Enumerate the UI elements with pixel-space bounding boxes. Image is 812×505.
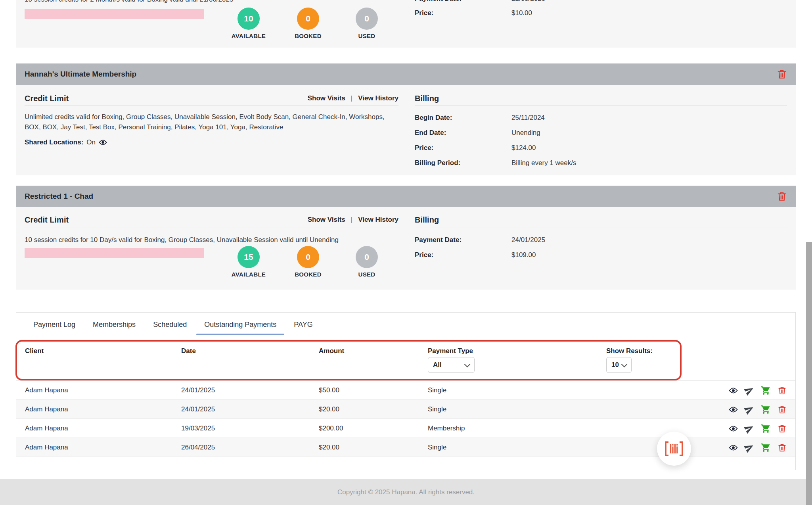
stat-used: 0 USED bbox=[343, 246, 391, 278]
stat-available: 10 AVAILABLE bbox=[225, 8, 272, 39]
used-label: USED bbox=[343, 33, 391, 39]
tab-memberships[interactable]: Memberships bbox=[93, 319, 136, 330]
cart-icon[interactable] bbox=[761, 424, 771, 434]
booked-label: BOOKED bbox=[284, 33, 332, 39]
tab-payg[interactable]: PAYG bbox=[294, 319, 312, 330]
delete-icon[interactable] bbox=[778, 424, 787, 433]
view-history-link[interactable]: View History bbox=[358, 216, 398, 223]
view-icon[interactable] bbox=[729, 426, 738, 432]
cell-payment-type: Single bbox=[428, 438, 446, 457]
send-icon[interactable] bbox=[745, 386, 754, 395]
cell-payment-type: Single bbox=[428, 381, 446, 399]
billing-period-value: Billing every 1 week/s bbox=[511, 159, 576, 167]
view-history-link[interactable]: View History bbox=[358, 94, 398, 102]
cell-date: 24/01/2025 bbox=[181, 381, 215, 399]
tab-scheduled[interactable]: Scheduled bbox=[153, 319, 187, 330]
membership-card-clipped: 10 session credits for 2 Month/s valid f… bbox=[16, 0, 796, 48]
credit-limit-links: Show Visits|View History bbox=[25, 94, 398, 102]
price-row: Price:$10.00 bbox=[415, 8, 532, 18]
row-actions bbox=[729, 438, 787, 457]
billing-period-label: Billing Period: bbox=[415, 158, 511, 168]
cell-amount: $50.00 bbox=[319, 381, 339, 399]
booked-label: BOOKED bbox=[284, 271, 332, 278]
view-icon[interactable] bbox=[729, 445, 738, 451]
available-count-badge: 10 bbox=[237, 8, 260, 30]
used-label: USED bbox=[343, 271, 391, 278]
cell-date: 26/04/2025 bbox=[181, 438, 215, 457]
payment-type-select[interactable]: All bbox=[428, 357, 475, 373]
delete-membership-icon[interactable] bbox=[777, 191, 787, 202]
delete-icon[interactable] bbox=[778, 386, 787, 395]
cell-client: Adam Hapana bbox=[25, 419, 68, 438]
delete-icon[interactable] bbox=[778, 443, 787, 452]
payment-date-row: Payment Date:22/03/2025 bbox=[415, 0, 545, 4]
row-actions bbox=[729, 419, 787, 438]
payments-tabs: Payment Log Memberships Scheduled Outsta… bbox=[33, 319, 313, 330]
credit-limit-description: Unlimited credits valid for Boxing, Grou… bbox=[25, 112, 400, 132]
delete-icon[interactable] bbox=[778, 405, 787, 414]
row-actions bbox=[729, 400, 787, 419]
cart-icon[interactable] bbox=[761, 405, 771, 415]
cell-client: Adam Hapana bbox=[25, 400, 68, 419]
cell-payment-type: Single bbox=[428, 400, 446, 419]
booked-count-badge: 0 bbox=[297, 8, 319, 30]
column-header-show-results: Show Results: bbox=[606, 346, 653, 356]
delete-membership-icon[interactable] bbox=[777, 69, 787, 79]
barcode-scan-button[interactable] bbox=[657, 432, 691, 466]
price-value: $124.00 bbox=[511, 144, 536, 152]
billing-heading: Billing bbox=[415, 215, 439, 225]
cell-date: 19/03/2025 bbox=[181, 419, 215, 438]
scrollbar-thumb[interactable] bbox=[806, 242, 812, 505]
end-date-label: End Date: bbox=[415, 128, 511, 138]
tab-outstanding-payments[interactable]: Outstanding Payments bbox=[204, 319, 276, 330]
content-divider bbox=[801, 0, 801, 479]
billing-period-row: Billing Period:Billing every 1 week/s bbox=[415, 158, 576, 168]
send-icon[interactable] bbox=[745, 443, 754, 452]
membership-title: Restricted 1 - Chad bbox=[25, 192, 93, 201]
send-icon[interactable] bbox=[745, 424, 754, 433]
payment-date-row: Payment Date:24/01/2025 bbox=[415, 235, 545, 245]
price-label: Price: bbox=[415, 143, 511, 153]
end-date-row: End Date:Unending bbox=[415, 128, 540, 138]
show-visits-link[interactable]: Show Visits bbox=[308, 94, 345, 102]
cell-amount: $200.00 bbox=[319, 419, 343, 438]
price-label: Price: bbox=[415, 250, 511, 260]
price-label: Price: bbox=[415, 8, 511, 18]
payment-date-label: Payment Date: bbox=[415, 0, 511, 4]
footer: Copyright © 2025 Hapana. All rights rese… bbox=[0, 479, 812, 505]
available-label: AVAILABLE bbox=[225, 33, 272, 39]
begin-date-row: Begin Date:25/11/2024 bbox=[415, 113, 545, 123]
credit-limit-description: 10 session credits for 10 Day/s valid fo… bbox=[25, 235, 400, 245]
cell-client: Adam Hapana bbox=[25, 381, 68, 399]
payment-date-label: Payment Date: bbox=[415, 235, 511, 245]
chevron-down-icon bbox=[621, 361, 628, 367]
show-results-select[interactable]: 10 bbox=[606, 357, 632, 373]
cell-payment-type: Membership bbox=[428, 419, 465, 438]
left-column-divider bbox=[25, 106, 398, 106]
membership-header: Hannah's Ultimate Membership bbox=[16, 63, 796, 85]
begin-date-label: Begin Date: bbox=[415, 113, 511, 123]
credit-limit-description: 10 session credits for 2 Month/s valid f… bbox=[25, 0, 233, 4]
shared-locations-eye-icon[interactable] bbox=[99, 140, 107, 145]
annotation-highlight bbox=[15, 340, 682, 380]
tab-payment-log[interactable]: Payment Log bbox=[33, 319, 75, 330]
cart-icon[interactable] bbox=[761, 443, 771, 453]
column-header-payment-type: Payment Type bbox=[428, 346, 473, 356]
membership-header: Restricted 1 - Chad bbox=[16, 186, 796, 207]
credit-limit-links: Show Visits|View History bbox=[25, 216, 398, 224]
cart-icon[interactable] bbox=[761, 386, 771, 396]
show-visits-link[interactable]: Show Visits bbox=[308, 216, 345, 223]
column-header-amount: Amount bbox=[319, 346, 344, 356]
credit-progress-bar bbox=[25, 9, 204, 19]
send-icon[interactable] bbox=[745, 405, 754, 414]
cell-client: Adam Hapana bbox=[25, 438, 68, 457]
cell-amount: $20.00 bbox=[319, 400, 339, 419]
row-actions bbox=[729, 381, 787, 400]
view-icon[interactable] bbox=[729, 407, 738, 413]
payment-date-value: 24/01/2025 bbox=[511, 236, 545, 244]
price-value: $10.00 bbox=[511, 9, 532, 17]
end-date-value: Unending bbox=[511, 129, 540, 136]
view-icon[interactable] bbox=[729, 388, 738, 394]
stat-booked: 0 BOOKED bbox=[284, 246, 332, 278]
column-header-date: Date bbox=[181, 346, 196, 356]
